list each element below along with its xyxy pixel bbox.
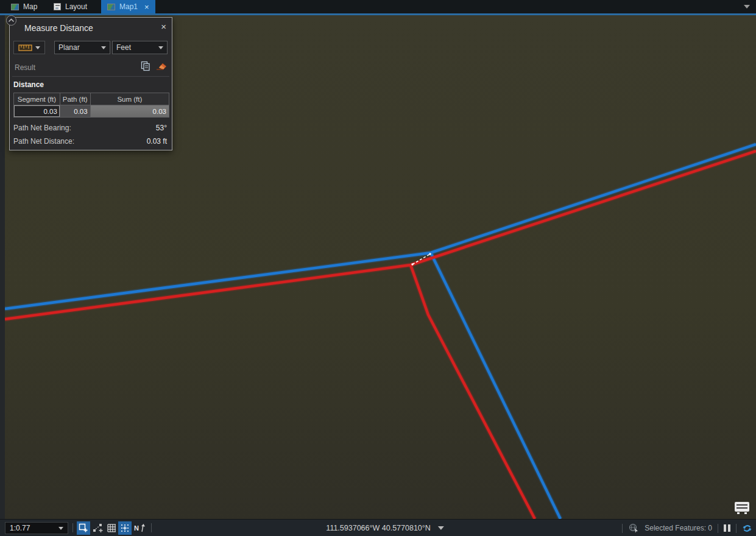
arcgis-pro-window: Map Layout Map1 × (0, 0, 756, 536)
path-net-bearing-value: 53° (156, 124, 167, 132)
result-label: Result (15, 63, 35, 72)
chevron-down-icon (158, 46, 163, 49)
map-view-icon (11, 4, 19, 10)
ruler-icon (18, 44, 32, 52)
north-label: N (134, 524, 139, 532)
tab-layout-label: Layout (65, 2, 87, 11)
grid-icon (107, 524, 116, 533)
divider (12, 76, 169, 77)
measure-unit-select[interactable]: Feet (112, 41, 168, 54)
tab-overflow-chevron-icon[interactable] (744, 5, 750, 9)
dotted-grid-crosshair-icon (120, 523, 130, 533)
collapse-pane-button[interactable] (6, 15, 16, 26)
status-bar: 1:0.77 (0, 519, 756, 536)
divider (718, 524, 718, 533)
snapping-icon (79, 523, 88, 533)
layout-view-icon (54, 3, 61, 10)
distance-section-label: Distance (13, 80, 44, 89)
path-net-distance-value: 0.03 ft (147, 137, 167, 146)
map-grid-button[interactable] (105, 521, 118, 535)
sum-value: 0.03 (90, 105, 169, 118)
tab-map-label: Map (23, 2, 37, 11)
view-tab-bar: Map Layout Map1 × (0, 0, 756, 13)
coordinate-readout[interactable]: 111.5937066°W 40.5770810°N (326, 520, 443, 536)
chevron-up-icon (8, 18, 15, 23)
tab-map[interactable]: Map (5, 0, 43, 13)
snap-to-grid-button[interactable] (118, 521, 132, 535)
selection-globe-icon (628, 523, 639, 533)
tab-map1[interactable]: Map1 × (101, 0, 155, 13)
table-row: 0.03 0.03 0.03 (14, 105, 169, 118)
chevron-down-icon (438, 526, 444, 530)
measure-distance-dialog: Measure Distance × Planar Feet Result (9, 17, 172, 150)
map-view-icon (107, 4, 115, 10)
divider (736, 524, 737, 533)
divider (151, 523, 152, 532)
divider (72, 523, 73, 532)
refresh-icon[interactable] (742, 523, 752, 534)
blue-feature-line-branch (431, 253, 560, 519)
tab-layout[interactable]: Layout (48, 0, 93, 13)
chevron-down-icon (58, 527, 63, 530)
col-header-sum: Sum (ft) (90, 93, 169, 105)
measure-unit-value: Feet (116, 43, 131, 52)
col-header-path: Path (ft) (60, 93, 90, 105)
segment-value: 0.03 (14, 105, 60, 118)
snapping-toggle-button[interactable] (77, 521, 90, 535)
measure-mode-select[interactable]: Planar (54, 41, 110, 54)
red-feature-line-branch (411, 265, 535, 519)
north-arrow-icon (139, 524, 145, 532)
map-scale-value: 1:0.77 (10, 524, 30, 532)
close-tab-icon[interactable]: × (144, 3, 149, 11)
tray-icon[interactable] (733, 501, 751, 515)
map-scale-combobox[interactable]: 1:0.77 (5, 522, 68, 534)
dialog-title: Measure Distance (24, 23, 93, 33)
blue-feature-line (5, 144, 756, 309)
path-net-bearing-label: Path Net Bearing: (13, 124, 71, 132)
coordinates-value: 111.5937066°W 40.5770810°N (326, 524, 430, 532)
measure-mode-value: Planar (58, 43, 80, 52)
pause-drawing-button[interactable] (724, 524, 730, 532)
divider (622, 524, 623, 533)
close-dialog-icon[interactable]: × (161, 21, 166, 32)
selected-features-status: Selected Features: 0 (645, 524, 712, 532)
sketch-vertices-icon (93, 523, 104, 533)
chevron-down-icon (35, 46, 40, 49)
copy-result-icon[interactable] (141, 61, 150, 71)
col-header-segment: Segment (ft) (14, 93, 60, 105)
distance-table: Segment (ft) Path (ft) Sum (ft) 0.03 0.0… (13, 93, 169, 118)
clear-results-eraser-icon[interactable] (156, 62, 167, 71)
left-edge-strip (0, 15, 5, 519)
tab-map1-label: Map1 (119, 2, 138, 11)
measure-tool-dropdown-button[interactable] (13, 41, 45, 54)
chevron-down-icon (101, 46, 106, 49)
path-value: 0.03 (60, 105, 90, 118)
path-net-distance-label: Path Net Distance: (13, 137, 74, 146)
snap-to-sketch-button[interactable] (91, 521, 105, 535)
north-arrow-button[interactable]: N (132, 521, 147, 535)
